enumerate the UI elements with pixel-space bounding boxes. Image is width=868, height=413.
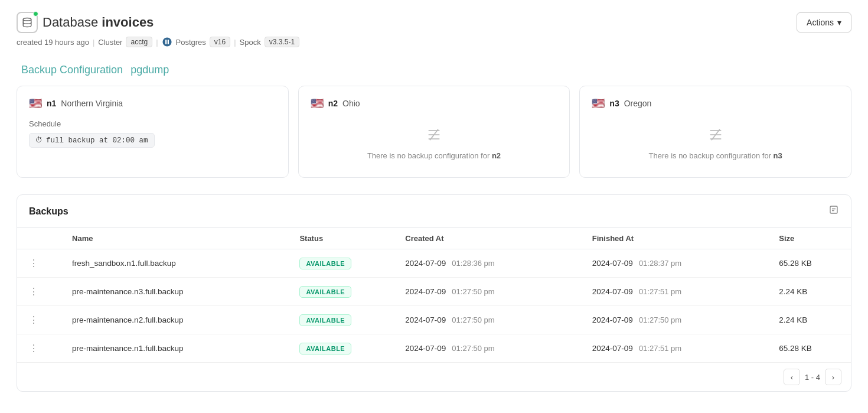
- no-config-n2: There is no backup configuration for n2: [311, 119, 558, 167]
- col-header-size: Size: [769, 228, 851, 249]
- actions-label: Actions: [807, 18, 834, 27]
- node-region-n2: Ohio: [342, 99, 360, 108]
- backup-created-cell: 2024-07-09 01:27:50 pm: [396, 334, 583, 363]
- backups-table: Name Status Created At Finished At Size …: [17, 228, 851, 362]
- row-menu-button[interactable]: ⋮: [27, 342, 41, 355]
- pagination-row: ‹ 1 - 4 ›: [17, 362, 851, 391]
- finished-date: 2024-07-09: [592, 316, 633, 324]
- created-time: 01:28:36 pm: [452, 259, 494, 268]
- backup-created-cell: 2024-07-09 01:27:50 pm: [396, 278, 583, 306]
- node-region-n3: Oregon: [624, 99, 652, 108]
- nodes-grid: 🇺🇸 n1 Northern Virginia Schedule ⏱ full …: [17, 86, 851, 178]
- backup-finished-cell: 2024-07-09 01:27:51 pm: [583, 278, 770, 306]
- separator-1: |: [93, 38, 94, 47]
- flag-icon-n1: 🇺🇸: [29, 97, 42, 110]
- col-header-status: Status: [290, 228, 396, 249]
- backup-created-cell: 2024-07-09 01:27:50 pm: [396, 306, 583, 334]
- finished-time: 01:27:51 pm: [639, 287, 681, 296]
- pagination-label: 1 - 4: [805, 373, 820, 382]
- node-id-n3: n3: [609, 99, 619, 108]
- status-badge: AVAILABLE: [299, 258, 351, 269]
- created-date: 2024-07-09: [405, 259, 446, 268]
- node-card-n2: 🇺🇸 n2 Ohio There is no backup configurat…: [298, 86, 570, 178]
- pagination-prev-button[interactable]: ‹: [784, 369, 800, 385]
- postgres-version-badge: v16: [210, 37, 230, 47]
- created-time: 01:27:50 pm: [452, 287, 494, 296]
- finished-date: 2024-07-09: [592, 344, 633, 353]
- backups-export-button[interactable]: [828, 204, 839, 218]
- no-config-text-n2: There is no backup configuration for n2: [367, 151, 501, 160]
- created-date: 2024-07-09: [405, 316, 446, 324]
- no-config-n3: There is no backup configuration for n3: [592, 119, 839, 167]
- finished-time: 01:27:51 pm: [639, 344, 681, 353]
- status-badge: AVAILABLE: [299, 343, 351, 355]
- col-header-name: Name: [63, 228, 290, 249]
- separator-2: |: [156, 38, 158, 47]
- page-container: Database invoices Actions ▾ created 19 h…: [0, 0, 868, 413]
- backup-status-cell: AVAILABLE: [290, 306, 396, 334]
- table-row: ⋮ fresh_sandbox.n1.full.backup AVAILABLE…: [17, 249, 851, 278]
- pagination-next-button[interactable]: ›: [825, 369, 841, 385]
- status-badge: AVAILABLE: [299, 286, 351, 298]
- backups-title: Backups: [29, 206, 68, 217]
- status-badge: AVAILABLE: [299, 314, 351, 326]
- actions-button[interactable]: Actions ▾: [797, 12, 851, 32]
- node-header-n3: 🇺🇸 n3 Oregon: [592, 97, 839, 110]
- finished-date: 2024-07-09: [592, 287, 633, 296]
- node-id-n2: n2: [328, 99, 338, 108]
- created-time: 01:27:50 pm: [452, 344, 494, 353]
- created-date: 2024-07-09: [405, 287, 446, 296]
- backup-name-cell: pre-maintenance.n1.full.backup: [63, 334, 290, 363]
- table-row: ⋮ pre-maintenance.n3.full.backup AVAILAB…: [17, 278, 851, 306]
- svg-point-0: [23, 18, 31, 21]
- created-date: 2024-07-09: [405, 344, 446, 353]
- backup-status-cell: AVAILABLE: [290, 334, 396, 363]
- created-time: 01:27:50 pm: [452, 316, 494, 324]
- finished-date: 2024-07-09: [592, 259, 633, 268]
- row-menu-button[interactable]: ⋮: [27, 285, 41, 298]
- flag-icon-n2: 🇺🇸: [311, 97, 324, 110]
- schedule-value-n1: full backup at 02:00 am: [46, 136, 148, 145]
- row-menu-button[interactable]: ⋮: [27, 256, 41, 270]
- row-menu-button[interactable]: ⋮: [27, 313, 41, 327]
- separator-3: |: [234, 38, 236, 47]
- spock-version-badge: v3.3.5-1: [265, 37, 299, 47]
- postgres-label: Postgres: [176, 38, 206, 47]
- node-card-n3: 🇺🇸 n3 Oregon There is no backup configur…: [579, 86, 851, 178]
- node-header-n2: 🇺🇸 n2 Ohio: [311, 97, 558, 110]
- no-config-icon-n2: [426, 126, 442, 147]
- backup-size-cell: 2.24 KB: [769, 278, 851, 306]
- no-config-icon-n3: [707, 126, 724, 147]
- cluster-label: Cluster: [98, 38, 122, 47]
- meta-row: created 19 hours ago | Cluster acctg | P…: [17, 37, 851, 47]
- chevron-down-icon: ▾: [837, 18, 841, 27]
- flag-icon-n3: 🇺🇸: [592, 97, 605, 110]
- page-title: Database invoices: [43, 15, 154, 30]
- backup-size-cell: 65.28 KB: [769, 334, 851, 363]
- header-row: Database invoices Actions ▾: [17, 12, 851, 33]
- schedule-label-n1: Schedule: [29, 119, 276, 128]
- svg-rect-3: [830, 206, 837, 213]
- col-header-dots: [17, 228, 63, 249]
- finished-time: 01:28:37 pm: [639, 259, 681, 268]
- no-config-text-n3: There is no backup configuration for n3: [649, 151, 782, 160]
- node-card-n1: 🇺🇸 n1 Northern Virginia Schedule ⏱ full …: [17, 86, 289, 178]
- schedule-badge-n1: ⏱ full backup at 02:00 am: [29, 133, 155, 148]
- backup-status-cell: AVAILABLE: [290, 278, 396, 306]
- database-icon: [17, 12, 38, 33]
- finished-time: 01:27:50 pm: [639, 316, 681, 324]
- backup-name-cell: fresh_sandbox.n1.full.backup: [63, 249, 290, 278]
- table-row: ⋮ pre-maintenance.n2.full.backup AVAILAB…: [17, 306, 851, 334]
- backup-finished-cell: 2024-07-09 01:27:50 pm: [583, 306, 770, 334]
- backup-created-cell: 2024-07-09 01:28:36 pm: [396, 249, 583, 278]
- col-header-finished: Finished At: [583, 228, 770, 249]
- clock-icon: ⏱: [35, 136, 43, 145]
- col-header-created: Created At: [396, 228, 583, 249]
- table-row: ⋮ pre-maintenance.n1.full.backup AVAILAB…: [17, 334, 851, 363]
- table-header-row: Name Status Created At Finished At Size: [17, 228, 851, 249]
- backups-header: Backups: [17, 195, 851, 228]
- created-at: created 19 hours ago: [17, 38, 89, 47]
- node-region-n1: Northern Virginia: [61, 99, 123, 108]
- backup-finished-cell: 2024-07-09 01:28:37 pm: [583, 249, 770, 278]
- cluster-value-badge: acctg: [126, 37, 152, 47]
